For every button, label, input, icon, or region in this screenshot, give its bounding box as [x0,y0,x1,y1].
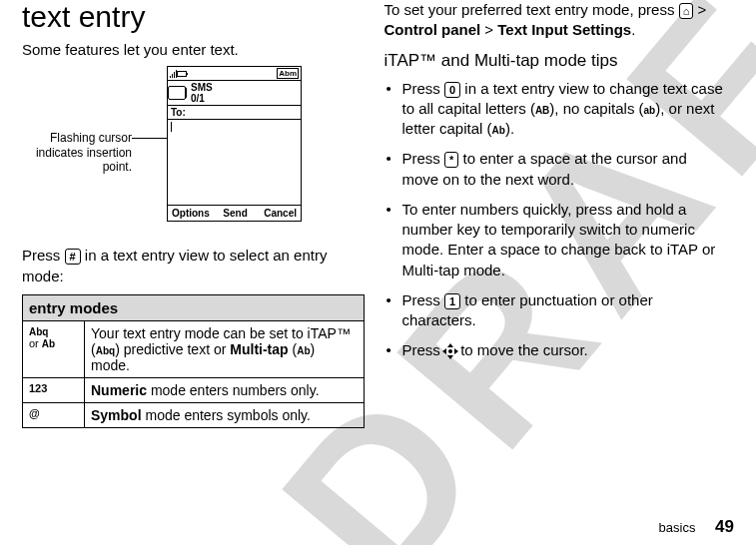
tip-item: Press 0 in a text entry view to change t… [402,79,727,140]
tips-list: Press 0 in a text entry view to change t… [384,79,727,361]
sms-count: 0/1 [191,93,205,104]
mode-symbol-cell: @ [23,402,85,427]
text-mode-indicator: Abm [277,68,299,79]
softkey-send: Send [214,206,258,221]
phone-mockup: Abm SMS 0/1 To: Options Send Cancel [167,66,302,222]
zero-key-icon: 0 [444,82,460,98]
mode-itap-cell: Abq or Ab [23,320,85,377]
table-row: @ Symbol mode enters symbols only. [23,402,365,427]
mode-numeric-desc: Numeric mode enters numbers only. [85,377,365,402]
one-key-icon: 1 [444,293,460,309]
callout-text: Flashing cursor indicates insertion poin… [22,131,132,174]
mode-numeric-cell: 123 [23,377,85,402]
tip-item: Press to move the cursor. [402,340,727,360]
callout-leader-line [132,138,170,139]
sms-label: SMS [191,82,213,93]
tip-item: To enter numbers quickly, press and hold… [402,200,727,280]
phone-softkeys: Options Send Cancel [168,205,301,221]
section-label: basics [659,520,696,535]
heading-text-entry: text entry [22,0,365,34]
text-cursor [171,122,172,132]
phone-text-body [168,120,301,205]
nav-key-icon [444,345,456,357]
hash-key-icon: # [65,249,81,265]
tips-heading: iTAP™ and Multi-tap mode tips [384,51,727,71]
mode-itap-desc: Your text entry mode can be set to iTAP™… [85,320,365,377]
tip-item: Press * to enter a space at the cursor a… [402,149,727,190]
intro-text: Some features let you enter text. [22,40,365,60]
phone-sms-header: SMS 0/1 [168,81,301,105]
phone-to-field: To: [168,105,301,120]
phone-figure: Flashing cursor indicates insertion poin… [22,66,365,236]
star-key-icon: * [444,152,458,168]
press-hash-paragraph: Press # in a text entry view to select a… [22,246,365,286]
signal-icon [170,70,177,78]
mode-symbol-desc: Symbol mode enters symbols only. [85,402,365,427]
table-row: 123 Numeric mode enters numbers only. [23,377,365,402]
page-number: 49 [715,517,734,536]
table-row: Abq or Ab Your text entry mode can be se… [23,320,365,377]
softkey-cancel: Cancel [257,206,301,221]
battery-icon [177,71,187,77]
left-column: text entry Some features let you enter t… [12,0,375,509]
page-footer: basics 49 [659,517,734,537]
tip-item: Press 1 to enter punctuation or other ch… [402,290,727,331]
softkey-options: Options [168,206,214,221]
home-key-icon: ⌂ [679,3,694,19]
phone-status-bar: Abm [168,67,301,81]
preferred-mode-paragraph: To set your preferred text entry mode, p… [384,0,727,41]
message-icon [171,87,187,99]
right-column: To set your preferred text entry mode, p… [375,0,737,509]
table-header: entry modes [23,294,365,320]
entry-modes-table: entry modes Abq or Ab Your text entry mo… [22,294,365,428]
